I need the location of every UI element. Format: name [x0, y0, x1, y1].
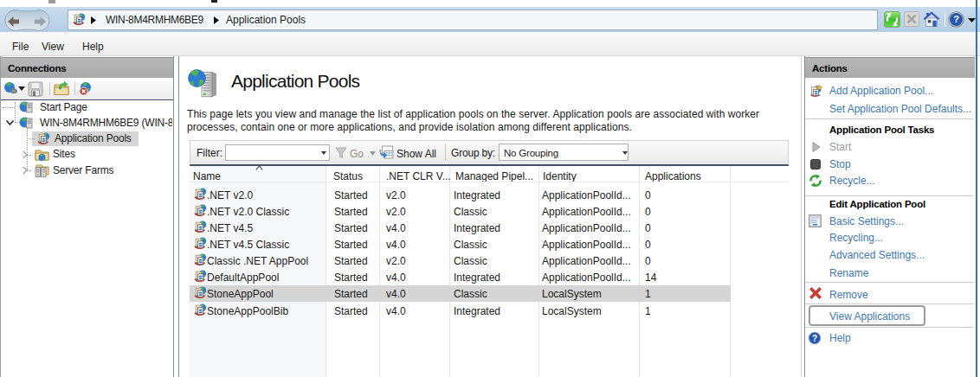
svg-text:?: ? — [953, 14, 959, 24]
svg-text:?: ? — [812, 334, 817, 343]
